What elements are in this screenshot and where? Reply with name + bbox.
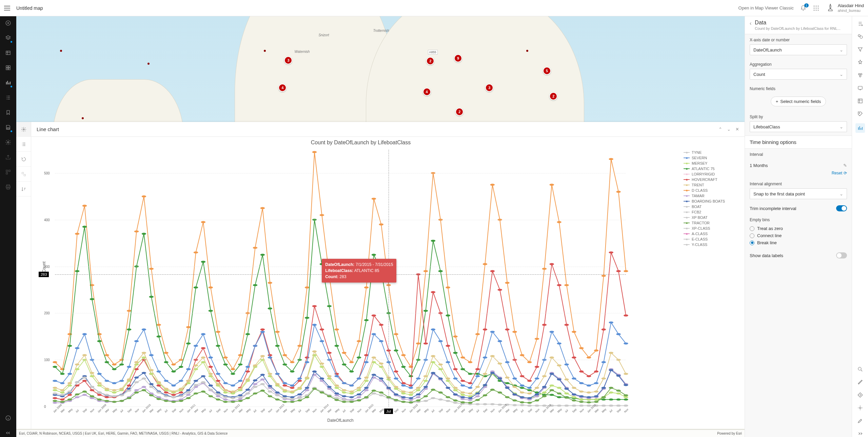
empty-bins-option[interactable]: Treat as zero <box>750 225 847 232</box>
legend-item[interactable]: E-CLASS <box>684 236 738 242</box>
svg-point-39 <box>142 195 146 197</box>
chart-settings-button[interactable] <box>16 122 31 137</box>
legend-item[interactable]: TRENT <box>684 182 738 188</box>
legend-item[interactable]: SEVERN <box>684 155 738 161</box>
search-tool[interactable] <box>857 366 864 373</box>
chart-legend-button[interactable] <box>16 137 31 152</box>
add-layer-button[interactable] <box>4 19 12 27</box>
properties-tool[interactable] <box>857 20 864 27</box>
legend-item[interactable]: HOVERCRAFT <box>684 177 738 182</box>
legend-item[interactable]: A-CLASS <box>684 231 738 236</box>
legend-button[interactable] <box>4 93 12 102</box>
info-button[interactable] <box>4 414 12 422</box>
svg-point-30 <box>75 233 79 235</box>
aggregation-select[interactable]: Count⌄ <box>750 69 847 80</box>
svg-point-100 <box>594 350 598 352</box>
location-tool[interactable] <box>857 404 864 411</box>
legend-item[interactable]: LORRYRIGID <box>684 171 738 177</box>
configure-chart-tool[interactable] <box>855 123 865 133</box>
select-numeric-fields-button[interactable]: +Select numeric fields <box>771 97 826 106</box>
map-cluster[interactable]: 4 <box>423 88 431 96</box>
widgets-button[interactable] <box>4 168 12 176</box>
legend-item[interactable]: TAMAR <box>684 193 738 199</box>
legend-item[interactable]: BOARDING BOATS <box>684 199 738 204</box>
panel-back-button[interactable]: ‹ <box>750 20 751 30</box>
charts-button[interactable] <box>4 79 12 87</box>
legend-item[interactable]: TYNE <box>684 150 738 155</box>
map-canvas[interactable]: 34322294235561493334522323SnizortTrotter… <box>16 16 745 437</box>
map-cluster[interactable]: 5 <box>543 67 551 75</box>
layers-button[interactable] <box>4 34 12 42</box>
styles-tool[interactable] <box>857 33 864 40</box>
svg-point-705 <box>453 402 457 404</box>
map-cluster[interactable]: 4 <box>278 84 287 92</box>
map-cluster[interactable]: 2 <box>455 108 463 116</box>
chart-plot-area[interactable]: Count DateOfLaunch 0100200300400500Jan 2… <box>55 150 626 407</box>
popup-tool[interactable] <box>857 85 864 91</box>
edit-interval-button[interactable]: ✎ <box>843 163 847 168</box>
legend-item[interactable]: TRACTOR <box>684 220 738 226</box>
chart-sort-button[interactable] <box>16 182 31 196</box>
save-button[interactable] <box>4 123 12 131</box>
empty-bins-option[interactable]: Break line <box>750 239 847 246</box>
user-menu[interactable]: Alasdair Hind ahind_bureau <box>826 3 864 13</box>
legend-item[interactable]: FCB2 <box>684 209 738 215</box>
reset-button[interactable]: Reset ⟳ <box>745 171 852 178</box>
cluster-tool[interactable] <box>857 72 864 79</box>
legend-item[interactable]: BOAT <box>684 204 738 209</box>
svg-point-262 <box>60 382 64 384</box>
notifications-button[interactable]: 1 <box>800 5 807 12</box>
svg-point-309 <box>409 387 413 389</box>
menu-button[interactable] <box>4 6 10 11</box>
tables-button[interactable] <box>4 49 12 57</box>
chart-collapse-down-button[interactable]: ⌄ <box>727 127 731 132</box>
map-properties-button[interactable] <box>4 138 12 146</box>
print-button[interactable] <box>4 183 12 191</box>
basemap-button[interactable] <box>4 64 12 72</box>
map-point[interactable] <box>147 63 150 65</box>
share-button[interactable] <box>4 153 12 161</box>
svg-point-613 <box>349 396 354 398</box>
fields-tool[interactable] <box>857 98 864 104</box>
bookmarks-button[interactable] <box>4 108 12 117</box>
effects-tool[interactable] <box>857 59 864 66</box>
legend-item[interactable]: XP BOAT <box>684 215 738 220</box>
svg-point-606 <box>297 393 302 395</box>
chart-close-button[interactable]: ✕ <box>735 127 739 132</box>
svg-rect-12 <box>8 66 10 67</box>
trim-incomplete-toggle[interactable] <box>836 205 847 211</box>
svg-point-299 <box>334 375 339 377</box>
sketch-tool[interactable] <box>857 417 864 424</box>
measure-tool[interactable] <box>857 379 864 386</box>
app-launcher-button[interactable] <box>813 5 820 12</box>
map-cluster[interactable]: 9 <box>454 54 462 62</box>
legend-item[interactable]: ATLANTIC 75 <box>684 166 738 171</box>
legend-item[interactable]: D CLASS <box>684 188 738 193</box>
svg-point-406 <box>550 384 554 387</box>
svg-point-46 <box>194 251 198 253</box>
chart-rotate-button[interactable] <box>16 152 31 167</box>
legend-item[interactable]: XP-CLASS <box>684 226 738 231</box>
map-point[interactable] <box>526 50 528 52</box>
interval-alignment-select[interactable]: Snap to the first data point⌄ <box>750 188 847 199</box>
legend-item[interactable]: MERSEY <box>684 161 738 166</box>
legend-item[interactable]: Y-CLASS <box>684 242 738 247</box>
map-cluster[interactable]: 2 <box>549 92 557 100</box>
chart-collapse-up-button[interactable]: ⌃ <box>718 127 722 132</box>
split-by-select[interactable]: LifeboatClass⌄ <box>750 121 847 132</box>
map-cluster[interactable]: 3 <box>485 84 493 92</box>
xaxis-select[interactable]: DateOfLaunch⌄ <box>750 44 847 55</box>
expand-tool[interactable] <box>857 430 864 437</box>
svg-point-473 <box>468 392 472 394</box>
labels-tool[interactable] <box>857 110 864 117</box>
empty-bins-option[interactable]: Connect line <box>750 232 847 239</box>
svg-point-690 <box>342 399 346 401</box>
filter-tool[interactable] <box>857 46 864 53</box>
svg-point-363 <box>231 392 235 394</box>
directions-tool[interactable] <box>857 392 864 398</box>
map-point[interactable] <box>60 50 62 52</box>
collapse-button[interactable] <box>4 429 12 437</box>
show-data-labels-toggle[interactable] <box>836 252 847 258</box>
open-classic-link[interactable]: Open in Map Viewer Classic <box>738 5 794 11</box>
svg-point-315 <box>453 377 457 379</box>
